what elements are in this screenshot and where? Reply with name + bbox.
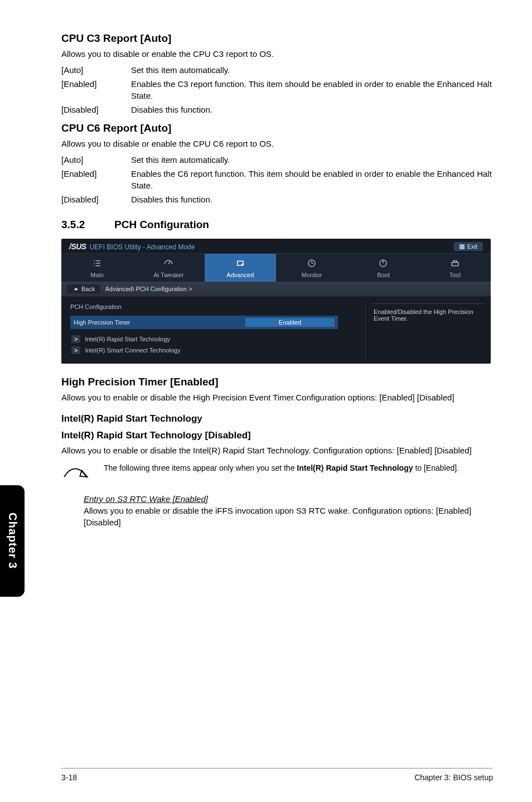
options-cpu-c3: [Auto]Set this item automatically. [Enab… [61,63,493,117]
note-text-b: to [Enabled]. [413,463,460,472]
opt-val: Enables the C3 report function. This ite… [131,77,493,103]
footer-chapter: Chapter 3: BIOS setup [414,773,493,782]
heading-text: PCH Configuration [114,219,209,230]
divider [374,303,483,304]
desc-entry-s3: Allows you to enable or disable the iFFS… [84,505,493,528]
list-icon [61,258,133,268]
tuner-icon [133,258,204,268]
field-high-precision-timer[interactable]: High Precision Timer Enabled [70,316,338,329]
table-row: [Enabled]Enables the C3 report function.… [61,77,493,103]
submenu-rapid-start[interactable]: > Intel(R) Rapid Start Technology [70,334,356,345]
bios-logo-area: /SUS UEFI BIOS Utility - Advanced Mode [69,242,195,251]
note-text: The following three items appear only wh… [104,463,459,474]
help-text: Enabled/Disabled the High Precision Even… [374,308,473,322]
tab-label: Main [61,272,133,278]
opt-val: Disables this function. [131,103,493,117]
back-arrow-icon [72,286,79,292]
heading-irst: Intel(R) Rapid Start Technology [61,413,493,424]
tab-advanced[interactable]: Advanced [205,254,276,282]
page-footer: 3-18 Chapter 3: BIOS setup [61,768,493,782]
asus-logo: /SUS [69,242,86,251]
bios-panel: /SUS UEFI BIOS Utility - Advanced Mode E… [61,239,491,364]
exit-icon [460,244,465,249]
note-icon [61,463,89,484]
opt-key: [Disabled] [61,103,131,117]
chevron-right-icon: > [71,335,80,343]
svg-point-8 [241,264,243,265]
chapter-side-tab: Chapter 3 [0,485,25,597]
svg-rect-15 [453,261,457,263]
options-cpu-c6: [Auto]Set this item automatically. [Enab… [61,153,493,206]
svg-rect-14 [452,263,458,266]
field-label: High Precision Timer [74,319,130,326]
entry-block: Entry on S3 RTC Wake [Enabled] Allows yo… [84,494,493,528]
bios-left-pane: PCH Configuration High Precision Timer E… [61,297,365,364]
chip-icon [205,258,276,268]
heading-irst-disabled: Intel(R) Rapid Start Technology [Disable… [61,430,493,441]
tab-label: Advanced [205,272,276,278]
submenu-label: Intel(R) Rapid Start Technology [85,336,170,342]
opt-val: Disables this function. [131,192,493,206]
page-number: 3-18 [61,773,77,782]
svg-line-6 [168,262,170,264]
desc-hpt: Allows you to enable or disable the High… [61,392,493,403]
submenu-smart-connect[interactable]: > Intel(R) Smart Connect Technology [70,345,356,356]
note-bold: Intel(R) Rapid Start Technology [297,463,413,472]
config-title: PCH Configuration [70,303,356,310]
exit-button[interactable]: Exit [454,242,483,251]
tab-label: Monitor [276,272,347,278]
power-icon [347,258,419,268]
note-text-a: The following three items appear only wh… [104,463,297,472]
opt-val: Enables the C6 report function. This ite… [131,167,493,192]
bios-subtitle: UEFI BIOS Utility - Advanced Mode [90,243,195,251]
table-row: [Enabled]Enables the C6 report function.… [61,167,493,192]
opt-key: [Auto] [61,63,131,77]
tab-monitor[interactable]: Monitor [276,254,347,282]
chevron-right-icon: > [71,346,80,354]
heading-hpt: High Precision Timer [Enabled] [61,376,493,388]
tab-label: Ai Tweaker [133,272,204,278]
opt-val: Set this item automatically. [131,63,493,77]
bios-tabs: Main Ai Tweaker Advanced Monitor Boot To… [61,254,491,282]
table-row: [Auto]Set this item automatically. [61,153,493,167]
desc-cpu-c6: Allows you to disable or enable the CPU … [61,138,493,149]
desc-irst: Allows you to enable or disable the Inte… [61,445,493,456]
tool-icon [419,258,491,268]
submenu-label: Intel(R) Smart Connect Technology [85,347,180,354]
heading-number: 3.5.2 [61,219,114,231]
opt-key: [Auto] [61,153,131,167]
heading-pch: 3.5.2PCH Configuration [61,219,493,231]
table-row: [Disabled]Disables this function. [61,103,493,117]
chapter-side-label: Chapter 3 [6,513,19,569]
opt-key: [Enabled] [61,77,131,103]
heading-entry-s3: Entry on S3 RTC Wake [Enabled] [84,494,493,504]
heading-cpu-c6: CPU C6 Report [Auto] [61,122,493,134]
table-row: [Auto]Set this item automatically. [61,63,493,77]
desc-cpu-c3: Allows you to disable or enable the CPU … [61,48,493,60]
bios-body: PCH Configuration High Precision Timer E… [61,297,491,364]
bios-help-pane: Enabled/Disabled the High Precision Even… [365,297,491,364]
table-row: [Disabled]Disables this function. [61,192,493,206]
breadcrumb: Advanced\ PCH Configuration > [105,286,192,292]
tab-tool[interactable]: Tool [419,254,491,282]
tab-label: Tool [419,272,491,278]
tab-main[interactable]: Main [61,254,133,282]
exit-label: Exit [467,243,477,250]
opt-key: [Enabled] [61,167,131,192]
tab-label: Boot [347,272,419,278]
heading-cpu-c3: CPU C3 Report [Auto] [61,32,493,45]
field-value[interactable]: Enabled [245,318,335,327]
opt-key: [Disabled] [61,192,131,206]
tab-boot[interactable]: Boot [347,254,419,282]
back-label: Back [81,286,95,292]
note-block: The following three items appear only wh… [61,463,493,484]
bios-titlebar: /SUS UEFI BIOS Utility - Advanced Mode E… [61,239,491,254]
breadcrumb-row: Back Advanced\ PCH Configuration > [61,282,491,297]
tab-ai-tweaker[interactable]: Ai Tweaker [133,254,204,282]
back-button[interactable]: Back [67,284,100,293]
opt-val: Set this item automatically. [131,153,493,167]
monitor-icon [276,258,347,268]
